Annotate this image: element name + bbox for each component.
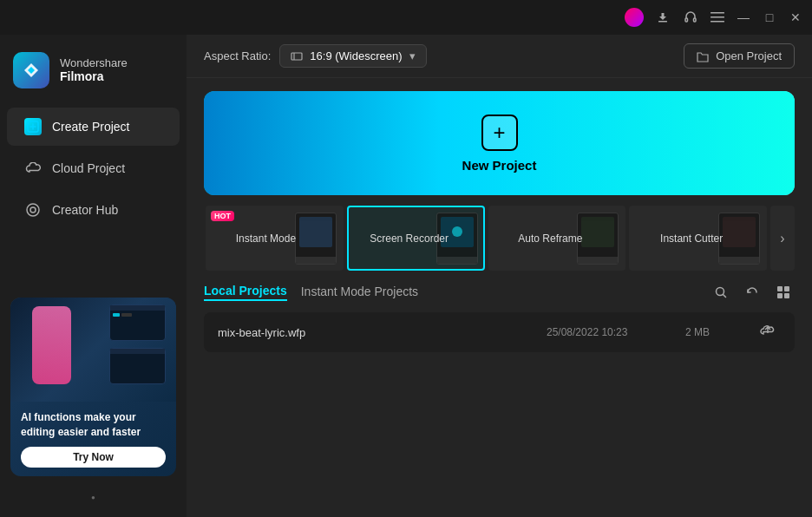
svg-rect-4 [710, 16, 724, 18]
creator-hub-label: Creator Hub [52, 203, 118, 217]
open-project-button[interactable]: Open Project [684, 43, 795, 69]
project-name: mix-beat-lyric.wfp [218, 326, 547, 339]
profile-icon[interactable] [625, 8, 644, 27]
promo-text-area: AI functions make your editing easier an… [10, 402, 176, 476]
projects-tabs: Local Projects Instant Mode Projects [204, 284, 418, 301]
new-project-banner[interactable]: + New Project [204, 91, 795, 195]
svg-rect-12 [777, 286, 783, 291]
tools-row: HOT Instant Mode Screen Recorder [204, 206, 795, 271]
new-project-plus-icon: + [481, 115, 518, 151]
instant-cutter-label: Instant Cutter [660, 232, 723, 245]
svg-rect-1 [685, 18, 688, 22]
project-date: 25/08/2022 10:23 [547, 326, 685, 338]
title-bar: — □ ✕ [0, 0, 812, 35]
projects-actions [710, 281, 795, 304]
project-list: mix-beat-lyric.wfp 25/08/2022 10:23 2 MB [204, 312, 795, 352]
svg-rect-13 [784, 286, 789, 291]
sidebar-dot: ● [0, 494, 187, 508]
headset-icon[interactable] [682, 9, 699, 26]
aspect-ratio-value: 16:9 (Widescreen) [310, 49, 402, 62]
logo-text: Wondershare Filmora [60, 56, 128, 84]
tool-card-instant-cutter[interactable]: Instant Cutter [629, 206, 767, 271]
projects-section: Local Projects Instant Mode Projects [187, 271, 812, 517]
aspect-dropdown-icon: ▾ [409, 49, 416, 62]
svg-rect-14 [777, 293, 783, 298]
hot-badge: HOT [211, 211, 234, 221]
svg-rect-9 [291, 53, 302, 60]
refresh-icon[interactable] [741, 281, 763, 304]
search-icon[interactable] [710, 281, 732, 304]
cloud-icon [24, 160, 42, 177]
app-logo [13, 52, 49, 88]
screen-recorder-label: Screen Recorder [370, 232, 449, 245]
sidebar: Wondershare Filmora Create Project Cloud… [0, 35, 187, 517]
aspect-ratio-area: Aspect Ratio: 16:9 (Widescreen) ▾ [204, 44, 427, 68]
instant-mode-label: Instant Mode [236, 232, 296, 245]
sidebar-item-create-project[interactable]: Create Project [7, 108, 180, 146]
sidebar-item-creator-hub[interactable]: Creator Hub [7, 191, 180, 229]
project-size: 2 MB [685, 326, 755, 338]
hamburger-btn[interactable] [710, 10, 725, 25]
tab-instant-mode-projects[interactable]: Instant Mode Projects [301, 285, 418, 300]
svg-rect-0 [658, 21, 667, 23]
tool-card-auto-reframe[interactable]: Auto Reframe [488, 206, 626, 271]
aspect-ratio-select[interactable]: 16:9 (Widescreen) ▾ [279, 44, 426, 68]
aspect-ratio-label: Aspect Ratio: [204, 49, 271, 62]
svg-rect-2 [694, 18, 697, 22]
tools-more-button[interactable]: › [770, 206, 795, 271]
top-bar: Aspect Ratio: 16:9 (Widescreen) ▾ Open P… [187, 35, 812, 78]
projects-header: Local Projects Instant Mode Projects [204, 281, 795, 304]
close-btn[interactable]: ✕ [788, 10, 803, 25]
grid-view-icon[interactable] [772, 281, 795, 304]
new-project-label: New Project [462, 158, 537, 173]
logo-area: Wondershare Filmora [0, 43, 187, 106]
svg-rect-5 [710, 21, 724, 23]
tool-card-screen-recorder[interactable]: Screen Recorder [347, 206, 485, 271]
auto-reframe-label: Auto Reframe [518, 232, 582, 245]
table-row[interactable]: mix-beat-lyric.wfp 25/08/2022 10:23 2 MB [204, 312, 795, 352]
svg-rect-3 [710, 12, 724, 14]
download-icon[interactable] [654, 9, 671, 26]
tab-local-projects[interactable]: Local Projects [204, 284, 287, 301]
promo-headline: AI functions make your editing easier an… [21, 410, 166, 440]
minimize-btn[interactable]: — [736, 10, 751, 25]
maximize-btn[interactable]: □ [762, 10, 777, 25]
upload-to-cloud-icon[interactable] [760, 323, 776, 342]
tool-card-instant-mode[interactable]: HOT Instant Mode [206, 206, 344, 271]
promo-image [10, 298, 176, 402]
cloud-project-label: Cloud Project [52, 161, 125, 175]
svg-point-7 [27, 204, 39, 216]
creator-hub-icon [24, 201, 42, 219]
create-project-icon [24, 118, 42, 135]
promo-card: AI functions make your editing easier an… [10, 298, 176, 476]
project-upload-area [755, 323, 781, 342]
create-project-label: Create Project [52, 120, 129, 134]
instant-mode-img [290, 207, 342, 269]
promo-try-now-button[interactable]: Try Now [21, 447, 166, 468]
content-area: Aspect Ratio: 16:9 (Widescreen) ▾ Open P… [187, 35, 812, 517]
svg-rect-15 [784, 293, 789, 298]
sidebar-item-cloud-project[interactable]: Cloud Project [7, 149, 180, 187]
svg-point-8 [30, 207, 36, 213]
